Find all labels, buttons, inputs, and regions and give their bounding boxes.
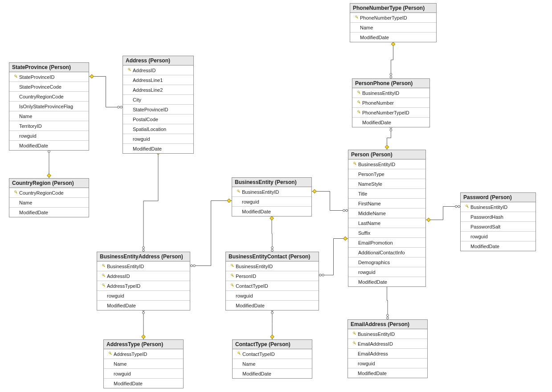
column-row[interactable]: rowguid bbox=[232, 197, 311, 207]
table-countryRegion[interactable]: CountryRegion (Person)CountryRegionCodeN… bbox=[9, 178, 89, 217]
column-row[interactable]: rowguid bbox=[123, 134, 193, 144]
column-row[interactable]: rowguid bbox=[104, 369, 183, 379]
column-row[interactable]: Suffix bbox=[348, 228, 425, 238]
column-row[interactable]: EmailAddress bbox=[348, 349, 427, 359]
svg-point-16 bbox=[143, 247, 145, 249]
table-header[interactable]: BusinessEntityContact (Person) bbox=[226, 252, 319, 261]
table-address[interactable]: Address (Person)AddressIDAddressLine1Add… bbox=[123, 56, 194, 154]
table-emailAddress[interactable]: EmailAddress (Person)BusinessEntityIDEma… bbox=[348, 319, 428, 378]
column-row[interactable]: MiddleName bbox=[348, 208, 425, 218]
column-row[interactable]: BusinessEntityID bbox=[352, 88, 429, 98]
table-header[interactable]: ContactType (Person) bbox=[233, 340, 312, 349]
column-row[interactable]: PersonType bbox=[348, 169, 425, 179]
column-row[interactable]: BusinessEntityID bbox=[461, 202, 536, 212]
column-row[interactable]: ModifiedDate bbox=[232, 207, 311, 216]
table-header[interactable]: PhoneNumberType (Person) bbox=[350, 4, 436, 13]
table-businessEntity[interactable]: BusinessEntity (Person)BusinessEntityIDr… bbox=[232, 177, 312, 216]
column-name: rowguid bbox=[106, 293, 188, 298]
column-row[interactable]: ContactTypeID bbox=[233, 349, 312, 359]
column-row[interactable]: CountryRegionCode bbox=[9, 188, 89, 198]
column-row[interactable]: BusinessEntityID bbox=[232, 187, 311, 197]
column-row[interactable]: AddressTypeID bbox=[104, 349, 183, 359]
column-row[interactable]: Title bbox=[348, 189, 425, 199]
column-row[interactable]: BusinessEntityID bbox=[226, 261, 319, 271]
table-password[interactable]: Password (Person)BusinessEntityIDPasswor… bbox=[460, 192, 536, 251]
column-row[interactable]: AddressLine2 bbox=[123, 85, 193, 95]
column-row[interactable]: rowguid bbox=[348, 267, 425, 277]
column-row[interactable]: ModifiedDate bbox=[352, 118, 429, 127]
column-row[interactable]: PasswordSalt bbox=[461, 222, 536, 232]
column-row[interactable]: City bbox=[123, 95, 193, 105]
column-row[interactable]: Name bbox=[233, 359, 312, 369]
table-header[interactable]: Person (Person) bbox=[348, 150, 425, 159]
column-row[interactable]: AddressID bbox=[97, 271, 190, 281]
column-row[interactable]: Name bbox=[9, 111, 89, 121]
column-row[interactable]: IsOnlyStateProvinceFlag bbox=[9, 102, 89, 111]
column-row[interactable]: rowguid bbox=[97, 291, 190, 301]
column-row[interactable]: BusinessEntityID bbox=[97, 261, 190, 271]
column-row[interactable]: Name bbox=[104, 359, 183, 369]
column-row[interactable]: ModifiedDate bbox=[9, 208, 89, 217]
column-row[interactable]: CountryRegionCode bbox=[9, 92, 89, 102]
column-row[interactable]: AdditionalContactInfo bbox=[348, 248, 425, 257]
column-row[interactable]: rowguid bbox=[9, 131, 89, 141]
column-row[interactable]: rowguid bbox=[226, 291, 319, 301]
column-row[interactable]: PhoneNumber bbox=[352, 98, 429, 108]
column-row[interactable]: PersonID bbox=[226, 271, 319, 281]
column-row[interactable]: ModifiedDate bbox=[9, 141, 89, 150]
column-row[interactable]: BusinessEntityID bbox=[348, 159, 425, 169]
column-row[interactable]: AddressLine1 bbox=[123, 75, 193, 85]
column-row[interactable]: ModifiedDate bbox=[348, 368, 427, 378]
table-contactType[interactable]: ContactType (Person)ContactTypeIDNameMod… bbox=[232, 339, 312, 379]
column-row[interactable]: Demographics bbox=[348, 257, 425, 267]
table-phoneNumberType[interactable]: PhoneNumberType (Person)PhoneNumberTypeI… bbox=[350, 3, 437, 42]
column-name: ModifiedDate bbox=[235, 303, 317, 308]
column-row[interactable]: ModifiedDate bbox=[461, 241, 536, 251]
column-row[interactable]: Name bbox=[9, 198, 89, 208]
column-row[interactable]: ModifiedDate bbox=[233, 369, 312, 378]
table-person[interactable]: Person (Person)BusinessEntityIDPersonTyp… bbox=[348, 150, 426, 287]
column-row[interactable]: PasswordHash bbox=[461, 212, 536, 222]
column-row[interactable]: StateProvinceCode bbox=[9, 82, 89, 92]
table-header[interactable]: CountryRegion (Person) bbox=[9, 179, 89, 188]
column-row[interactable]: FirstName bbox=[348, 199, 425, 208]
column-row[interactable]: SpatialLocation bbox=[123, 124, 193, 134]
column-row[interactable]: AddressTypeID bbox=[97, 281, 190, 291]
column-row[interactable]: ContactTypeID bbox=[226, 281, 319, 291]
table-header[interactable]: BusinessEntityAddress (Person) bbox=[97, 252, 190, 261]
column-row[interactable]: StateProvinceID bbox=[9, 72, 89, 82]
table-header[interactable]: Password (Person) bbox=[461, 193, 536, 202]
table-header[interactable]: AddressType (Person) bbox=[104, 340, 183, 349]
table-header[interactable]: StateProvince (Person) bbox=[9, 63, 89, 72]
table-stateProvince[interactable]: StateProvince (Person)StateProvinceIDSta… bbox=[9, 62, 89, 151]
column-row[interactable]: ModifiedDate bbox=[348, 277, 425, 286]
column-row[interactable]: BusinessEntityID bbox=[348, 329, 427, 339]
table-businessEntityAddress[interactable]: BusinessEntityAddress (Person)BusinessEn… bbox=[97, 252, 190, 310]
column-row[interactable]: NameStyle bbox=[348, 179, 425, 189]
table-header[interactable]: BusinessEntity (Person) bbox=[232, 178, 311, 187]
column-row[interactable]: EmailPromotion bbox=[348, 238, 425, 248]
column-row[interactable]: Name bbox=[350, 23, 436, 33]
table-businessEntityContact[interactable]: BusinessEntityContact (Person)BusinessEn… bbox=[225, 252, 319, 310]
table-header[interactable]: PersonPhone (Person) bbox=[352, 79, 429, 88]
table-header[interactable]: EmailAddress (Person) bbox=[348, 320, 427, 329]
column-row[interactable]: ModifiedDate bbox=[97, 301, 190, 310]
column-row[interactable]: PhoneNumberTypeID bbox=[352, 108, 429, 118]
column-row[interactable]: LastName bbox=[348, 218, 425, 228]
column-row[interactable]: rowguid bbox=[461, 232, 536, 241]
column-row[interactable]: PhoneNumberTypeID bbox=[350, 13, 436, 23]
column-row[interactable]: rowguid bbox=[348, 359, 427, 368]
column-row[interactable]: EmailAddressID bbox=[348, 339, 427, 349]
column-row[interactable]: ModifiedDate bbox=[123, 144, 193, 153]
column-row[interactable]: TerritoryID bbox=[9, 121, 89, 131]
table-header[interactable]: Address (Person) bbox=[123, 56, 193, 65]
svg-rect-65 bbox=[385, 145, 388, 149]
column-row[interactable]: AddressID bbox=[123, 65, 193, 75]
table-addressType[interactable]: AddressType (Person)AddressTypeIDNamerow… bbox=[103, 339, 184, 388]
column-row[interactable]: PostalCode bbox=[123, 114, 193, 124]
table-personPhone[interactable]: PersonPhone (Person)BusinessEntityIDPhon… bbox=[352, 78, 430, 127]
column-row[interactable]: StateProvinceID bbox=[123, 105, 193, 114]
column-row[interactable]: ModifiedDate bbox=[226, 301, 319, 310]
column-row[interactable]: ModifiedDate bbox=[104, 379, 183, 388]
column-row[interactable]: ModifiedDate bbox=[350, 33, 436, 42]
